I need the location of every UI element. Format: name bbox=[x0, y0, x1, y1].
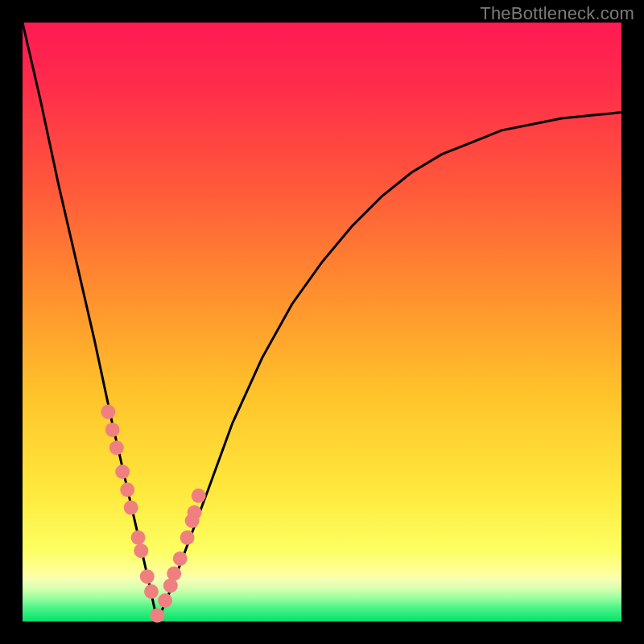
marker-dot bbox=[120, 482, 134, 497]
marker-dot bbox=[124, 501, 138, 515]
marker-dot bbox=[101, 405, 115, 419]
marker-dot bbox=[131, 530, 146, 545]
watermark-text: TheBottleneck.com bbox=[480, 3, 634, 24]
marker-dot bbox=[109, 440, 124, 455]
marker-dot bbox=[188, 506, 202, 520]
bottleneck-curve bbox=[23, 23, 621, 621]
marker-dot bbox=[167, 567, 181, 581]
chart-frame bbox=[23, 23, 621, 621]
marker-dot bbox=[180, 530, 195, 545]
marker-dot bbox=[192, 489, 206, 503]
marker-dot bbox=[173, 551, 188, 566]
marker-dot bbox=[115, 464, 130, 479]
marker-dot bbox=[150, 609, 164, 623]
marker-dot bbox=[158, 593, 172, 608]
marker-dot bbox=[144, 584, 159, 599]
marker-dot bbox=[105, 423, 120, 437]
curve-layer bbox=[23, 23, 621, 621]
marker-dot bbox=[140, 569, 155, 584]
marker-dot bbox=[134, 543, 148, 558]
